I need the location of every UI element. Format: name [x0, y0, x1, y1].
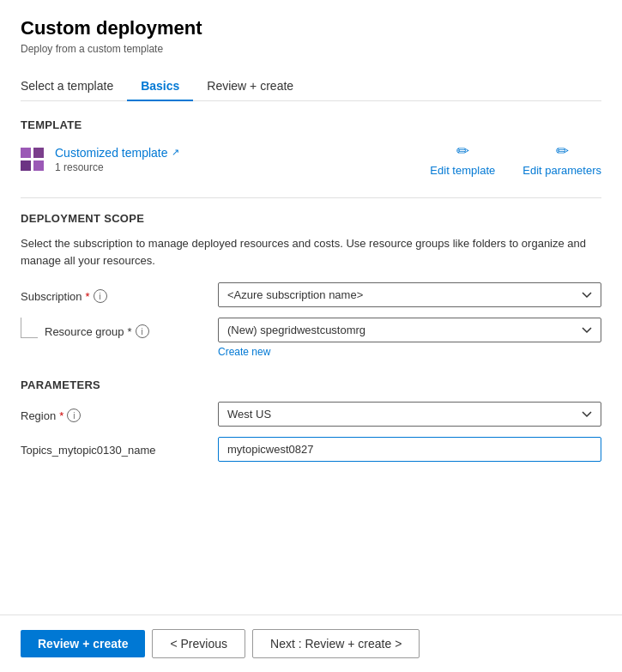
edit-parameters-button[interactable]: ✏ Edit parameters: [522, 142, 601, 177]
page-subtitle: Deploy from a custom template: [21, 43, 601, 55]
template-row: Customized template ↗ 1 resource ✏ Edit …: [21, 142, 601, 177]
resource-group-row: Resource group * i (New) spegridwestcust…: [21, 318, 601, 358]
region-row: Region * i West US: [21, 402, 601, 427]
template-actions: ✏ Edit template ✏ Edit parameters: [430, 142, 601, 177]
deployment-scope-section: Deployment scope Select the subscription…: [21, 212, 601, 358]
review-create-button[interactable]: Review + create: [21, 630, 145, 657]
subscription-row: Subscription * i <Azure subscription nam…: [21, 282, 601, 307]
template-section-label: Template: [21, 118, 601, 131]
region-control: West US: [218, 402, 601, 427]
template-resource-count: 1 resource: [55, 161, 179, 173]
footer: Review + create < Previous Next : Review…: [0, 614, 622, 672]
resource-group-label: Resource group * i: [45, 324, 149, 338]
resource-group-required: *: [128, 325, 132, 338]
tab-review-create[interactable]: Review + create: [193, 72, 307, 101]
tab-basics[interactable]: Basics: [127, 72, 193, 101]
template-name-link[interactable]: Customized template ↗: [55, 146, 179, 160]
scope-description: Select the subscription to manage deploy…: [21, 235, 601, 269]
create-new-link[interactable]: Create new: [218, 346, 270, 358]
template-details: Customized template ↗ 1 resource: [55, 146, 179, 173]
deployment-scope-label: Deployment scope: [21, 212, 601, 225]
edit-template-button[interactable]: ✏ Edit template: [430, 142, 495, 177]
section-divider: [21, 197, 601, 198]
region-required: *: [59, 409, 63, 422]
previous-button[interactable]: < Previous: [152, 629, 245, 658]
subscription-select[interactable]: <Azure subscription name>: [218, 282, 601, 307]
next-button[interactable]: Next : Review + create >: [252, 629, 420, 658]
region-label: Region * i: [21, 402, 218, 422]
resource-group-indent: Resource group * i: [21, 318, 218, 338]
subscription-label: Subscription * i: [21, 282, 218, 303]
tab-select-template[interactable]: Select a template: [21, 72, 127, 101]
subscription-required: *: [86, 290, 90, 303]
pencil-icon-2: ✏: [556, 142, 569, 160]
resource-group-select[interactable]: (New) spegridwestcustomrg: [218, 318, 601, 342]
template-section: Template Customized template ↗: [21, 118, 601, 177]
subscription-info-icon[interactable]: i: [94, 289, 107, 303]
topic-name-control: [218, 437, 601, 462]
region-info-icon[interactable]: i: [67, 409, 81, 422]
region-select[interactable]: West US: [218, 402, 601, 427]
tab-bar: Select a template Basics Review + create: [21, 72, 601, 101]
page-title: Custom deployment: [21, 17, 601, 39]
resource-group-info-icon[interactable]: i: [136, 324, 149, 338]
resource-group-control: (New) spegridwestcustomrg Create new: [218, 318, 601, 358]
template-info: Customized template ↗ 1 resource: [21, 146, 179, 173]
indent-line: [21, 318, 38, 338]
template-icon: [21, 148, 45, 172]
external-link-icon: ↗: [172, 147, 179, 158]
pencil-icon: ✏: [456, 142, 469, 160]
topic-name-input[interactable]: [218, 437, 601, 462]
topic-name-label: Topics_mytopic0130_name: [21, 437, 218, 457]
subscription-control: <Azure subscription name>: [218, 282, 601, 307]
parameters-section: Parameters Region * i West US Topics_myt…: [21, 378, 601, 462]
parameters-label: Parameters: [21, 378, 601, 391]
topic-name-row: Topics_mytopic0130_name: [21, 437, 601, 462]
